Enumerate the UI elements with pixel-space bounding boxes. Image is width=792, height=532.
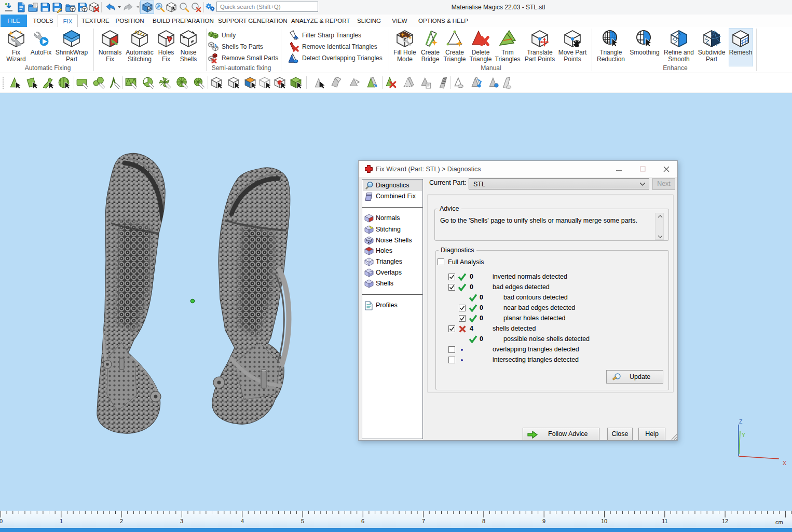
svg-text:Y: Y <box>742 432 745 438</box>
svg-text:Z: Z <box>739 418 743 425</box>
svg-text:X: X <box>783 460 786 466</box>
